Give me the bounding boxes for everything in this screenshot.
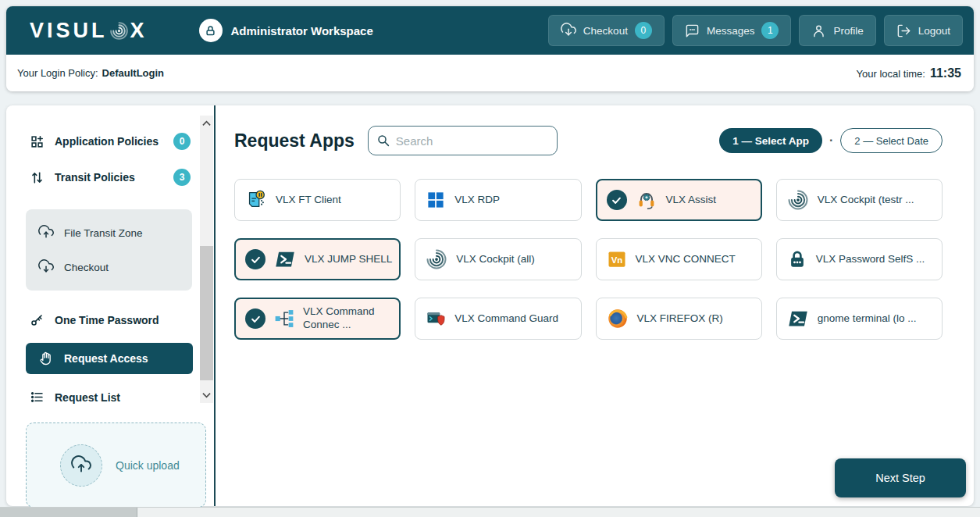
local-time-value: 11:35 xyxy=(930,66,961,80)
network-hierarchy-icon xyxy=(273,308,295,330)
sidebar-scrollbar-thumb[interactable] xyxy=(200,246,213,380)
firefox-icon xyxy=(606,307,629,330)
person-icon xyxy=(811,23,826,38)
cockpit-spiral-icon xyxy=(786,188,810,212)
app-card-label: VLX RDP xyxy=(454,194,500,207)
checkout-button-label: Checkout xyxy=(583,25,628,37)
sidebar-item-label: Checkout xyxy=(64,262,180,273)
sidebar-item-application-policies[interactable]: Application Policies 0 xyxy=(6,125,214,158)
app-card-vlx-cockpit-testr[interactable]: VLX Cockpit (testr ... xyxy=(776,179,943,221)
local-time: Your local time: 11:35 xyxy=(857,66,961,80)
horizontal-scrollbar[interactable] xyxy=(0,507,980,517)
page-title: Request Apps xyxy=(234,130,355,152)
logo-text-right: X xyxy=(130,19,148,43)
quick-upload-label: Quick upload xyxy=(116,459,180,472)
step-select-date[interactable]: 2 — Select Date xyxy=(840,128,943,153)
logo-text-left: VISUL xyxy=(30,19,108,43)
app-card-vlx-cockpit-all[interactable]: VLX Cockpit (all) xyxy=(415,238,581,280)
app-card-vlx-command-connect[interactable]: VLX Command Connec ... xyxy=(234,298,401,340)
list-icon xyxy=(30,390,45,405)
sidebar: Application Policies 0 Transit Policies … xyxy=(6,105,216,506)
profile-button-label: Profile xyxy=(833,25,863,37)
quick-upload-dropzone[interactable]: Quick upload xyxy=(26,423,206,508)
horizontal-scrollbar-thumb[interactable] xyxy=(0,508,137,517)
app-card-label: VLX Command Connec ... xyxy=(303,305,393,332)
search-input[interactable] xyxy=(396,134,551,148)
logout-button[interactable]: Logout xyxy=(884,15,963,46)
hand-icon xyxy=(38,351,54,366)
top-bar: VISUL X Administrator Workspace xyxy=(6,6,974,91)
svg-text:Vn: Vn xyxy=(611,255,622,265)
app-card-vlx-vnc-connect[interactable]: Vn VLX VNC CONNECT xyxy=(596,238,762,280)
windows-logo-icon xyxy=(425,189,447,211)
sidebar-item-transit-policies[interactable]: Transit Policies 3 xyxy=(6,161,214,194)
content-area: Request Apps 1 — Select App · 2 — Select… xyxy=(216,105,974,506)
step-indicator: 1 — Select App · 2 — Select Date xyxy=(719,128,943,153)
lock-icon xyxy=(199,19,223,42)
logout-icon xyxy=(896,23,911,38)
padlock-icon xyxy=(786,248,808,270)
message-bubble-icon xyxy=(685,23,700,38)
app-card-gnome-terminal[interactable]: gnome terminal (lo ... xyxy=(776,298,943,340)
cockpit-spiral-icon xyxy=(425,248,448,271)
apps-grid: VLX FT Client VLX RDP xyxy=(234,179,943,340)
local-time-label: Your local time: xyxy=(857,68,925,80)
app-card-vlx-command-guard[interactable]: VLX Command Guard xyxy=(415,298,581,340)
app-card-vlx-jump-shell[interactable]: VLX JUMP SHELL xyxy=(234,238,401,280)
app-card-label: VLX Cockpit (all) xyxy=(456,253,535,266)
selected-check-icon xyxy=(245,249,265,269)
search-box[interactable] xyxy=(368,126,558,155)
sidebar-item-file-transit-zone[interactable]: File Transit Zone xyxy=(26,216,192,250)
app-card-label: VLX Cockpit (testr ... xyxy=(818,194,914,207)
workspace-group: Administrator Workspace xyxy=(199,19,373,42)
app-header: VISUL X Administrator Workspace xyxy=(6,6,974,55)
cloud-upload-icon xyxy=(60,444,102,487)
transit-policies-badge: 3 xyxy=(173,169,191,186)
sidebar-item-label: One Time Password xyxy=(55,314,191,326)
sidebar-item-one-time-password[interactable]: One Time Password xyxy=(6,305,214,335)
app-card-vlx-password-selfservice[interactable]: VLX Password SelfS ... xyxy=(776,238,943,280)
logout-button-label: Logout xyxy=(918,25,950,37)
cloud-download-icon xyxy=(38,259,54,275)
login-policy-value: DefaultLogin xyxy=(102,67,164,79)
main-card: Application Policies 0 Transit Policies … xyxy=(6,105,974,506)
sidebar-item-label: Request List xyxy=(55,391,191,404)
sidebar-group: File Transit Zone Checkout xyxy=(26,209,192,291)
messages-button[interactable]: Messages 1 xyxy=(672,15,792,46)
next-step-button[interactable]: Next Step xyxy=(835,458,966,497)
shell-icon xyxy=(273,248,297,271)
app-card-label: VLX VNC CONNECT xyxy=(636,253,736,266)
profile-button[interactable]: Profile xyxy=(799,15,875,46)
step-select-app[interactable]: 1 — Select App xyxy=(719,128,822,153)
scroll-down-arrow-icon[interactable] xyxy=(200,389,213,401)
workspace-title: Administrator Workspace xyxy=(231,24,373,37)
app-card-label: VLX Password SelfS ... xyxy=(816,253,925,266)
app-card-label: VLX FIREFOX (R) xyxy=(637,312,723,326)
content-header: Request Apps 1 — Select App · 2 — Select… xyxy=(234,126,943,155)
app-card-vlx-ft-client[interactable]: VLX FT Client xyxy=(234,179,401,221)
scroll-up-arrow-icon[interactable] xyxy=(200,117,213,130)
app-card-label: VLX Command Guard xyxy=(454,312,558,326)
selected-check-icon xyxy=(607,190,627,210)
app-card-vlx-rdp[interactable]: VLX RDP xyxy=(415,179,581,221)
sidebar-item-label: File Transit Zone xyxy=(64,227,180,239)
sidebar-item-checkout[interactable]: Checkout xyxy=(26,250,192,284)
checkout-button[interactable]: Checkout 0 xyxy=(548,15,665,46)
sidebar-item-request-list[interactable]: Request List xyxy=(6,382,214,412)
sidebar-scrollbar[interactable] xyxy=(200,116,213,403)
app-card-vlx-assist[interactable]: VLX Assist xyxy=(596,179,762,221)
headset-icon xyxy=(635,188,658,212)
policy-bar: Your Login Policy:DefaultLogin Your loca… xyxy=(6,55,974,91)
sidebar-item-request-access[interactable]: Request Access xyxy=(26,343,193,374)
vnc-icon: Vn xyxy=(606,248,628,270)
messages-button-label: Messages xyxy=(707,25,755,37)
key-icon xyxy=(30,312,45,327)
cloud-upload-icon xyxy=(38,225,54,241)
apps-grid-plus-icon xyxy=(30,134,45,149)
sidebar-item-label: Request Access xyxy=(64,352,180,365)
app-card-label: VLX FT Client xyxy=(276,194,341,207)
search-icon xyxy=(376,134,390,148)
app-card-vlx-firefox[interactable]: VLX FIREFOX (R) xyxy=(596,298,762,340)
app-card-label: gnome terminal (lo ... xyxy=(818,312,917,326)
app-card-label: VLX Assist xyxy=(666,194,717,207)
